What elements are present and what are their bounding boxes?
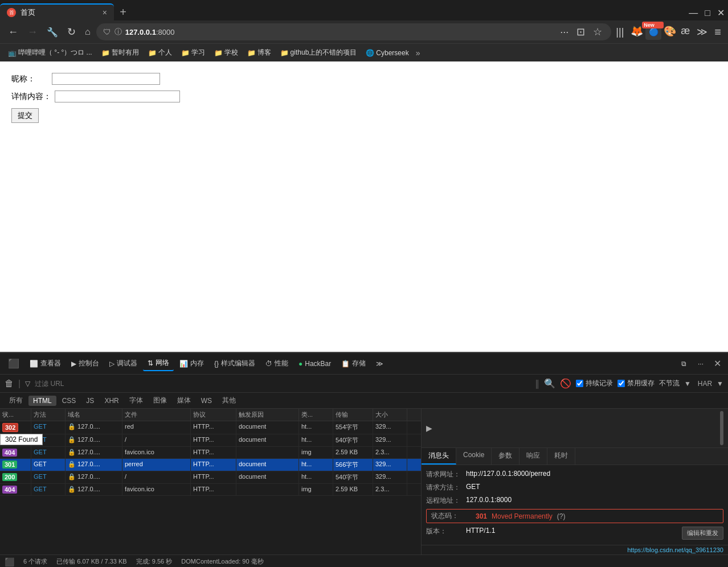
detail-tab-response[interactable]: 响应 (520, 448, 547, 465)
clear-requests-button[interactable]: 🗑 (5, 379, 14, 389)
table-row[interactable]: 404 GET 🔒 127.0.... favicon.ico HTTP... … (0, 447, 421, 459)
csdn-link[interactable]: https://blog.csdn.net/qq_39611230 (627, 547, 723, 553)
nickname-input[interactable] (52, 73, 160, 85)
search-requests-button[interactable]: 🔍 (544, 378, 555, 389)
cell-domain: 🔒 127.0.... (66, 484, 122, 495)
table-row[interactable]: GET 🔒 127.0.... / HTTP... document ht...… (0, 434, 421, 447)
pocket-icon[interactable]: ⊡ (574, 24, 587, 39)
disable-cache-check[interactable] (617, 380, 625, 387)
devtools-tab-memory[interactable]: 📊 内存 (175, 356, 208, 371)
detail-tabs: 消息头 Cookie 参数 响应 耗时 (422, 448, 728, 465)
devtools-tab-style-editor[interactable]: {} 样式编辑器 (210, 356, 260, 371)
detail-tab-params[interactable]: 参数 (492, 448, 520, 465)
table-row[interactable]: 302 GET 🔒 127.0.... red HTTP... document… (0, 421, 421, 434)
tab-close-button[interactable]: × (103, 8, 107, 17)
devtools-tab-inspector[interactable]: ⬜ 查看器 (25, 356, 66, 371)
detail-tab-headers[interactable]: 消息头 (422, 448, 456, 465)
detail-input[interactable] (55, 91, 180, 102)
devtools-tab-performance[interactable]: ⏱ 性能 (261, 356, 293, 371)
filter-tab-font[interactable]: 字体 (125, 395, 148, 406)
inspector-icon: ⬜ (30, 360, 38, 368)
menu-icon[interactable]: ≡ (712, 24, 723, 40)
filter-tab-css[interactable]: CSS (58, 396, 81, 406)
persist-log-checkbox[interactable]: 持续记录 (576, 379, 613, 388)
filter-tab-js[interactable]: JS (81, 396, 99, 406)
filter-url-input[interactable] (35, 380, 530, 388)
extension-color-icon[interactable]: 🎨 (661, 24, 678, 40)
filter-tab-xhr[interactable]: XHR (100, 396, 123, 406)
bookmark-bilibili[interactable]: 📺 哔哩哔哩（ °- °）つロ ... (5, 47, 96, 59)
close-window-button[interactable]: ✕ (714, 5, 728, 20)
block-requests-button[interactable]: 🚫 (560, 378, 571, 389)
persist-log-check[interactable] (576, 380, 583, 387)
filter-tab-media[interactable]: 媒体 (173, 395, 195, 406)
bookmark-personal[interactable]: 📁 个人 (145, 47, 175, 59)
bookmark-school[interactable]: 📁 学校 (211, 47, 242, 59)
extension-extra-icon[interactable]: æ (678, 24, 692, 40)
more-extensions-icon[interactable]: ≫ (694, 24, 710, 39)
bookmark-study[interactable]: 📁 学习 (178, 47, 208, 59)
more-url-opts-icon[interactable]: ··· (558, 25, 571, 39)
devtools-tab-console[interactable]: ▶ 控制台 (67, 356, 104, 371)
bookmarks-bar: 📺 哔哩哔哩（ °- °）つロ ... 📁 暂时有用 📁 个人 📁 学习 📁 学… (0, 43, 728, 61)
active-tab[interactable]: 首 首页 × (0, 3, 114, 20)
forward-button[interactable]: → (24, 24, 41, 40)
devtools-close-button[interactable]: ✕ (710, 357, 725, 370)
devtools-undock-btn[interactable]: ⧉ (677, 358, 691, 370)
minimize-button[interactable]: — (685, 6, 701, 20)
devtools-tab-debugger[interactable]: ▷ 调试器 (105, 356, 142, 371)
filter-tab-image[interactable]: 图像 (149, 395, 171, 406)
nickname-row: 昵称： (11, 73, 717, 85)
devtools-toolbar: ⬛ ⬜ 查看器 ▶ 控制台 ▷ 调试器 ⇅ 网络 📊 内存 {} 样式编辑器 ⏱… (0, 353, 728, 375)
status-help-icon[interactable]: (?) (557, 512, 566, 520)
status-code-label: 状态码： (431, 511, 471, 521)
filter-tab-other[interactable]: 其他 (218, 395, 240, 406)
devtools-tab-hackbar[interactable]: ● HackBar (294, 358, 336, 370)
tab-title: 首页 (21, 7, 98, 18)
info-icon[interactable]: ⓘ (114, 27, 122, 37)
detail-play-button[interactable]: ▶ (426, 424, 432, 433)
bookmark-blog[interactable]: 📁 博客 (244, 47, 275, 59)
disable-cache-checkbox[interactable]: 禁用缓存 (617, 379, 655, 388)
filter-tab-all[interactable]: 所有 (5, 395, 27, 406)
home-button[interactable]: ⌂ (81, 24, 94, 39)
throttle-selector[interactable]: 不节流 (659, 379, 680, 388)
bookmarks-more-button[interactable]: » (416, 48, 420, 57)
devtools-toggle-btn[interactable]: ⬛ (3, 356, 24, 371)
har-arrow[interactable]: ▼ (717, 380, 723, 388)
settings-icon[interactable]: 🔧 (43, 24, 62, 40)
devtools-tab-storage[interactable]: 📋 存储 (337, 356, 370, 371)
submit-button[interactable]: 提交 (11, 108, 39, 123)
version-label: 版本： (426, 527, 466, 536)
back-button[interactable]: ← (5, 24, 22, 40)
cell-type: ht... (299, 459, 333, 471)
cell-method: GET (31, 421, 66, 434)
devtools-more-btn[interactable]: ··· (693, 358, 708, 370)
table-row[interactable]: 301 GET 🔒 127.0.... perred HTTP... docum… (0, 459, 421, 471)
devtools-more-tabs[interactable]: ≫ (371, 358, 388, 370)
detail-scrollbar[interactable] (720, 411, 723, 445)
detail-tab-timing[interactable]: 耗时 (547, 448, 575, 465)
detail-tab-cookie[interactable]: Cookie (456, 448, 492, 465)
filter-tab-ws[interactable]: WS (197, 396, 216, 406)
bookmark-temp[interactable]: 📁 暂时有用 (98, 47, 142, 59)
bookmark-cyberseek[interactable]: 🌐 Cyberseek (362, 48, 412, 58)
remote-addr-row: 远程地址： 127.0.0.1:8000 (426, 496, 723, 506)
reload-button[interactable]: ↻ (64, 23, 79, 40)
table-row[interactable]: 200 GET 🔒 127.0.... / HTTP... document h… (0, 471, 421, 484)
library-icon[interactable]: ||| (614, 25, 626, 39)
devtools-tab-network[interactable]: ⇅ 网络 (143, 356, 174, 371)
bookmark-github[interactable]: 📁 github上的不错的项目 (277, 47, 361, 59)
har-label[interactable]: HAR (698, 380, 712, 388)
maximize-button[interactable]: □ (701, 6, 714, 20)
edit-resend-button[interactable]: 编辑和重发 (682, 527, 723, 540)
table-row[interactable]: 404 GET 🔒 127.0.... favicon.ico HTTP... … (0, 484, 421, 496)
address-bar[interactable]: 🛡 ⓘ 127.0.0.1:8000 ··· ⊡ ☆ (96, 23, 612, 40)
cell-method: GET (31, 447, 66, 458)
cell-type: img (299, 484, 333, 495)
star-icon[interactable]: ☆ (591, 24, 604, 39)
throttle-arrow[interactable]: ▼ (684, 380, 691, 388)
filter-tab-html[interactable]: HTML (28, 396, 56, 406)
new-tab-button[interactable]: + (114, 3, 132, 20)
storage-icon: 📋 (341, 360, 350, 368)
